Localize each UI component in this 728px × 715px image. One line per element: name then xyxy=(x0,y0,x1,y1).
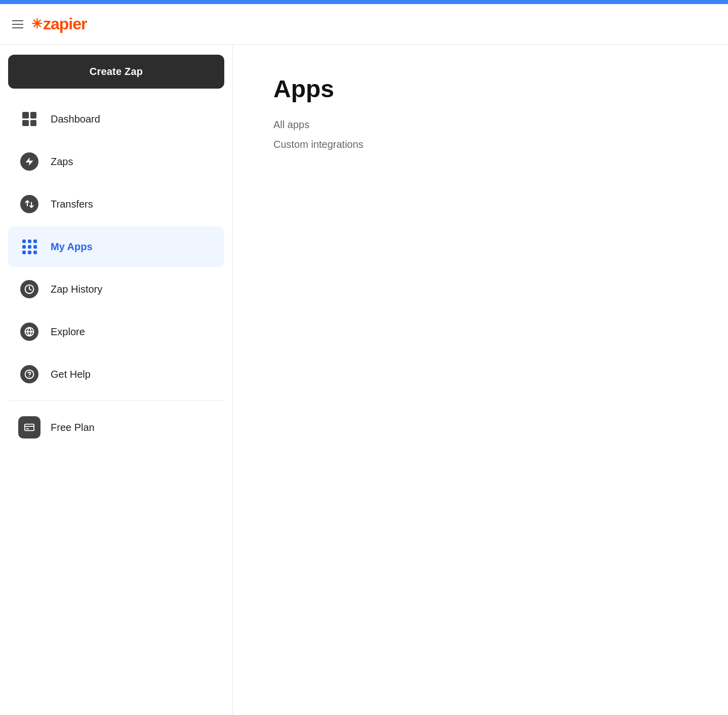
free-plan-icon xyxy=(18,416,41,439)
sidebar-item-label: My Apps xyxy=(51,241,93,253)
sidebar-item-label: Transfers xyxy=(51,198,93,210)
sidebar-item-label: Dashboard xyxy=(51,113,100,125)
transfers-icon xyxy=(18,193,41,215)
create-zap-button[interactable]: Create Zap xyxy=(8,55,224,89)
zap-history-icon xyxy=(18,278,41,300)
all-apps-link[interactable]: All apps xyxy=(273,119,687,131)
sidebar-item-zaps[interactable]: Zaps xyxy=(8,141,224,182)
svg-rect-5 xyxy=(25,424,34,431)
sidebar-item-label: Zap History xyxy=(51,284,102,295)
hamburger-icon[interactable] xyxy=(12,20,23,28)
sidebar-divider xyxy=(8,401,224,401)
main-layout: Create Zap Dashboard Zaps xyxy=(0,45,728,715)
sidebar-item-free-plan[interactable]: Free Plan xyxy=(8,407,224,448)
logo-asterisk: ✳ xyxy=(31,16,42,32)
custom-integrations-link[interactable]: Custom integrations xyxy=(273,139,687,150)
free-plan-label: Free Plan xyxy=(51,422,95,433)
get-help-icon xyxy=(18,363,41,385)
zaps-icon xyxy=(18,150,41,173)
logo: ✳zapier xyxy=(31,15,87,33)
my-apps-icon xyxy=(18,235,41,258)
sidebar-item-label: Get Help xyxy=(51,369,91,380)
sidebar-item-get-help[interactable]: Get Help xyxy=(8,354,224,394)
sidebar-item-dashboard[interactable]: Dashboard xyxy=(8,99,224,139)
sidebar: Create Zap Dashboard Zaps xyxy=(0,45,233,715)
top-bar xyxy=(0,0,728,4)
sidebar-item-my-apps[interactable]: My Apps xyxy=(8,226,224,267)
sidebar-item-explore[interactable]: Explore xyxy=(8,311,224,352)
sidebar-item-label: Zaps xyxy=(51,156,73,168)
logo-text: zapier xyxy=(43,15,87,33)
dashboard-icon xyxy=(18,108,41,130)
page-title: Apps xyxy=(273,75,687,103)
header: ✳zapier xyxy=(0,4,728,45)
content-area: Apps All apps Custom integrations xyxy=(233,45,728,715)
explore-icon xyxy=(18,321,41,343)
sidebar-item-transfers[interactable]: Transfers xyxy=(8,184,224,224)
sidebar-item-label: Explore xyxy=(51,326,85,338)
sidebar-item-zap-history[interactable]: Zap History xyxy=(8,269,224,309)
